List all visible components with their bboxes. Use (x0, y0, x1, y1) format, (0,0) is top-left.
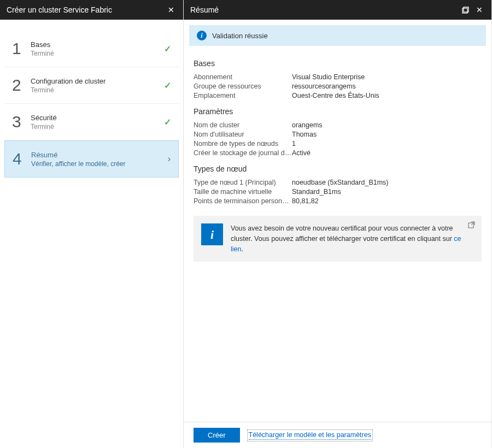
step-name: Configuration de cluster (31, 77, 164, 85)
summary-row: Groupe de ressources ressourcesorangems (194, 82, 482, 90)
popout-icon[interactable] (468, 221, 475, 232)
summary-row: Type de nœud 1 (Principal) noeudbase (5x… (194, 179, 482, 186)
summary-value: Ouest-Centre des États-Unis (292, 92, 379, 99)
wizard-step-cluster-config[interactable]: 2 Configuration de cluster Terminé ✓ (4, 67, 179, 104)
summary-row: Créer le stockage de journal d'a… Activé (194, 149, 482, 157)
summary-value: 80,81,82 (292, 197, 319, 205)
summary-value: Standard_B1ms (292, 188, 341, 196)
step-subtitle: Vérifier, afficher le modèle, créer (31, 160, 168, 168)
wizard-step-security[interactable]: 3 Sécurité Terminé ✓ (4, 104, 179, 140)
step-name: Sécurité (31, 114, 164, 122)
blade-header-right: Résumé ✕ (184, 0, 491, 20)
check-icon: ✓ (164, 117, 171, 127)
chevron-right-icon: › (168, 154, 171, 164)
step-subtitle: Terminé (31, 123, 164, 131)
summary-label: Taille de machine virtuelle (194, 188, 292, 196)
summary-label: Nombre de types de nœuds (194, 140, 292, 148)
blade-header-left: Créer un cluster Service Fabric ✕ (0, 0, 183, 20)
step-number: 3 (12, 113, 31, 131)
summary-label: Type de nœud 1 (Principal) (194, 179, 292, 186)
wizard-blade: Créer un cluster Service Fabric ✕ 1 Base… (0, 0, 184, 448)
create-button[interactable]: Créer (194, 428, 240, 443)
close-icon[interactable]: ✕ (474, 4, 485, 15)
step-name: Bases (31, 40, 164, 49)
wizard-step-bases[interactable]: 1 Bases Terminé ✓ (4, 31, 179, 67)
blade-title-right: Résumé (190, 5, 456, 14)
step-text: Configuration de cluster Terminé (31, 77, 164, 94)
summary-row: Emplacement Ouest-Centre des États-Unis (194, 92, 482, 99)
certificate-info-box: i Vous avez besoin de votre nouveau cert… (194, 216, 482, 262)
step-subtitle: Terminé (31, 86, 164, 94)
blade-footer: Créer Télécharger le modèle et les param… (184, 422, 491, 448)
summary-row: Taille de machine virtuelle Standard_B1m… (194, 188, 482, 196)
summary-value: Activé (292, 149, 311, 157)
summary-body: i Validation réussie Bases Abonnement Vi… (184, 20, 491, 448)
validation-bar: i Validation réussie (189, 25, 486, 46)
restore-icon[interactable] (460, 4, 471, 15)
summary-label: Créer le stockage de journal d'a… (194, 149, 292, 157)
summary-label: Abonnement (194, 73, 292, 81)
summary-label: Points de terminaison personn… (194, 197, 292, 205)
step-text: Sécurité Terminé (31, 114, 164, 131)
summary-row: Abonnement Visual Studio Enterprise (194, 73, 482, 81)
summary-row: Nombre de types de nœuds 1 (194, 140, 482, 148)
summary-label: Nom d'utilisateur (194, 131, 292, 138)
close-icon[interactable]: ✕ (166, 4, 177, 15)
wizard-steps: 1 Bases Terminé ✓ 2 Configuration de clu… (0, 20, 183, 178)
info-icon: i (197, 31, 207, 40)
step-number: 4 (13, 150, 31, 168)
section-title-types: Types de nœud (194, 164, 482, 173)
summary-label: Nom de cluster (194, 121, 292, 129)
summary-content: Bases Abonnement Visual Studio Enterpris… (184, 51, 491, 422)
download-template-link[interactable]: Télécharger le modèle et les paramètres (249, 431, 371, 440)
summary-value: noeudbase (5xStandard_B1ms) (292, 179, 389, 186)
step-name: Résumé (31, 151, 168, 159)
summary-row: Nom de cluster orangems (194, 121, 482, 129)
summary-value: orangems (292, 121, 323, 129)
summary-value: Thomas (292, 131, 317, 138)
step-text: Bases Terminé (31, 40, 164, 57)
summary-value: Visual Studio Enterprise (292, 73, 365, 81)
section-title-bases: Bases (194, 59, 482, 68)
summary-row: Nom d'utilisateur Thomas (194, 131, 482, 138)
summary-value: ressourcesorangems (292, 82, 356, 90)
check-icon: ✓ (164, 44, 171, 54)
summary-value: 1 (292, 140, 296, 148)
step-number: 2 (12, 76, 31, 95)
wizard-step-summary[interactable]: 4 Résumé Vérifier, afficher le modèle, c… (4, 140, 179, 178)
blade-title-left: Créer un cluster Service Fabric (7, 5, 162, 14)
info-icon: i (201, 223, 223, 245)
summary-label: Groupe de ressources (194, 82, 292, 90)
summary-blade: Résumé ✕ i Validation réussie Bases Abon… (184, 0, 492, 448)
summary-label: Emplacement (194, 92, 292, 99)
summary-row: Points de terminaison personn… 80,81,82 (194, 197, 482, 205)
section-title-parametres: Paramètres (194, 107, 482, 116)
step-subtitle: Terminé (31, 50, 164, 57)
certificate-info-text: Vous avez besoin de votre nouveau certif… (231, 223, 474, 254)
check-icon: ✓ (164, 80, 171, 91)
step-number: 1 (12, 39, 31, 58)
step-text: Résumé Vérifier, afficher le modèle, cré… (31, 151, 168, 168)
validation-text: Validation réussie (212, 32, 268, 40)
